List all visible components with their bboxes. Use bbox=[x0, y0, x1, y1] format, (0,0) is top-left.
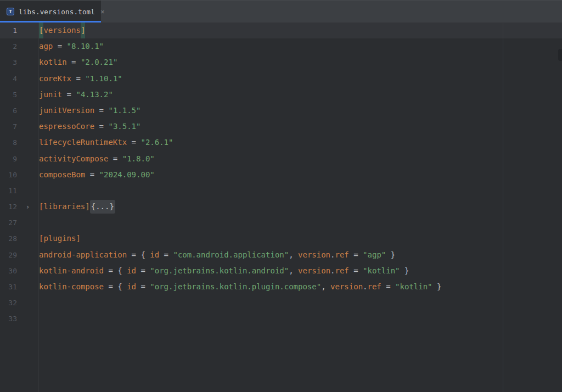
code-line[interactable]: 32 bbox=[0, 295, 562, 311]
line-number: 3 bbox=[0, 54, 17, 70]
code-token: = bbox=[108, 154, 122, 163]
code-token: "kotlin" bbox=[363, 266, 400, 275]
folded-region-badge[interactable]: {...} bbox=[90, 200, 115, 214]
fold-chevron-icon[interactable]: › bbox=[17, 199, 38, 215]
code-line[interactable]: 2agp = "8.10.1" bbox=[0, 38, 562, 54]
code-line[interactable]: 8lifecycleRuntimeKtx = "2.6.1" bbox=[0, 135, 562, 150]
code-text: [libraries]{...} bbox=[38, 199, 562, 215]
code-token: "1.10.1" bbox=[85, 74, 122, 83]
line-gutter: 30 bbox=[0, 263, 38, 279]
line-number: 31 bbox=[0, 279, 17, 295]
code-token: = { bbox=[127, 250, 150, 259]
line-gutter: 3 bbox=[0, 54, 38, 70]
code-token: = bbox=[53, 42, 66, 51]
code-line[interactable]: 27 bbox=[0, 215, 562, 231]
code-token: "2.6.1" bbox=[140, 138, 173, 147]
code-editor[interactable]: 1[versions]2agp = "8.10.1"3kotlin = "2.0… bbox=[0, 23, 562, 392]
line-gutter: 29 bbox=[0, 247, 38, 263]
code-token: espressoCore bbox=[39, 122, 94, 131]
code-token: versions bbox=[43, 26, 80, 35]
code-line[interactable]: 1[versions] bbox=[0, 23, 562, 38]
code-text: kotlin = "2.0.21" bbox=[38, 54, 562, 70]
line-number: 1 bbox=[0, 23, 17, 38]
code-token: id bbox=[127, 266, 136, 275]
code-text bbox=[38, 295, 562, 311]
code-token: , bbox=[289, 250, 298, 259]
code-line[interactable]: 5junit = "4.13.2" bbox=[0, 87, 562, 103]
line-gutter: 27 bbox=[0, 215, 38, 231]
code-token: android-application bbox=[39, 250, 127, 259]
line-number: 30 bbox=[0, 263, 17, 279]
code-token: junit bbox=[39, 90, 62, 99]
line-number: 9 bbox=[0, 151, 17, 167]
code-line[interactable]: 3kotlin = "2.0.21" bbox=[0, 54, 562, 70]
code-token: [libraries] bbox=[39, 202, 90, 211]
code-token: } bbox=[386, 250, 395, 259]
line-number: 29 bbox=[0, 247, 17, 263]
fold-column bbox=[17, 54, 38, 70]
line-gutter: 12› bbox=[0, 199, 38, 215]
code-line[interactable]: 29android-application = { id = "com.andr… bbox=[0, 247, 562, 263]
fold-column bbox=[17, 215, 38, 231]
toml-file-icon: T bbox=[7, 8, 14, 15]
code-token: version bbox=[330, 282, 363, 291]
code-token: = bbox=[159, 250, 173, 259]
code-text: [plugins] bbox=[38, 231, 562, 247]
line-gutter: 32 bbox=[0, 295, 38, 311]
code-token: = bbox=[127, 138, 140, 147]
code-token: = bbox=[349, 266, 363, 275]
code-token: junitVersion bbox=[39, 106, 94, 115]
code-token: . bbox=[330, 250, 335, 259]
code-token: activityCompose bbox=[39, 154, 108, 163]
code-token: = bbox=[349, 250, 363, 259]
code-text bbox=[38, 311, 562, 327]
code-line[interactable]: 30kotlin-android = { id = "org.jetbrains… bbox=[0, 263, 562, 279]
fold-column bbox=[17, 167, 38, 183]
code-token: "agp" bbox=[363, 250, 386, 259]
line-gutter: 2 bbox=[0, 38, 38, 54]
scrollbar-widget[interactable] bbox=[558, 49, 562, 61]
line-gutter: 8 bbox=[0, 135, 38, 150]
line-gutter: 31 bbox=[0, 279, 38, 295]
line-gutter: 9 bbox=[0, 151, 38, 167]
code-text: junit = "4.13.2" bbox=[38, 87, 562, 103]
editor-tab-bar: T libs.versions.toml × bbox=[0, 0, 562, 23]
close-tab-icon[interactable]: × bbox=[100, 8, 105, 15]
code-text: junitVersion = "1.1.5" bbox=[38, 103, 562, 119]
code-token: ] bbox=[81, 23, 85, 38]
fold-column bbox=[17, 103, 38, 119]
code-line[interactable]: 6junitVersion = "1.1.5" bbox=[0, 103, 562, 119]
code-line[interactable]: 10composeBom = "2024.09.00" bbox=[0, 167, 562, 183]
code-line[interactable]: 33 bbox=[0, 311, 562, 327]
code-line[interactable]: 11 bbox=[0, 183, 562, 199]
code-token: version bbox=[298, 266, 330, 275]
code-token: = bbox=[71, 74, 85, 83]
code-token: } bbox=[400, 266, 409, 275]
code-line[interactable]: 31kotlin-compose = { id = "org.jetbrains… bbox=[0, 279, 562, 295]
line-gutter: 33 bbox=[0, 311, 38, 327]
code-line[interactable]: 9activityCompose = "1.8.0" bbox=[0, 151, 562, 167]
code-token: = bbox=[67, 58, 81, 66]
code-token: = { bbox=[104, 266, 127, 275]
code-token: kotlin bbox=[39, 58, 67, 66]
code-token: "1.8.0" bbox=[122, 154, 155, 163]
line-number: 8 bbox=[0, 135, 17, 150]
tab-libs-versions-toml[interactable]: T libs.versions.toml × bbox=[0, 1, 101, 23]
code-line[interactable]: 7espressoCore = "3.5.1" bbox=[0, 119, 562, 135]
fold-column bbox=[17, 135, 38, 150]
code-token: ref bbox=[368, 282, 381, 291]
code-line[interactable]: 28[plugins] bbox=[0, 231, 562, 247]
code-line[interactable]: 4coreKtx = "1.10.1" bbox=[0, 71, 562, 87]
code-token: ref bbox=[335, 250, 349, 259]
code-text: activityCompose = "1.8.0" bbox=[38, 151, 562, 167]
code-text: kotlin-compose = { id = "org.jetbrains.k… bbox=[38, 279, 562, 295]
line-gutter: 7 bbox=[0, 119, 38, 135]
code-text: lifecycleRuntimeKtx = "2.6.1" bbox=[38, 135, 562, 150]
line-gutter: 5 bbox=[0, 87, 38, 103]
code-line[interactable]: 12›[libraries]{...} bbox=[0, 199, 562, 215]
code-token: id bbox=[150, 250, 159, 259]
code-token: coreKtx bbox=[39, 74, 71, 83]
code-text: [versions] bbox=[38, 23, 562, 38]
code-token: composeBom bbox=[39, 170, 85, 179]
fold-column bbox=[17, 87, 38, 103]
